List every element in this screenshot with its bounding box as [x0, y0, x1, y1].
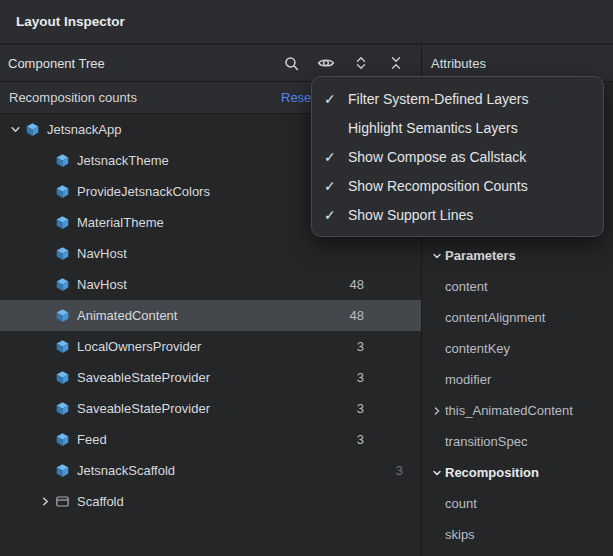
- scaffold-layout-icon: [54, 494, 70, 510]
- section-recomposition[interactable]: Recomposition: [422, 457, 613, 488]
- chevron-down-icon[interactable]: [429, 251, 445, 261]
- checkmark-icon: ✓: [324, 149, 348, 165]
- tree-node-label: Feed: [77, 432, 107, 447]
- recomposition-count: 48: [350, 277, 364, 292]
- twisty-spacer: [36, 432, 54, 448]
- recomposition-count: 48: [350, 308, 364, 323]
- compose-node-icon: [54, 401, 70, 417]
- twisty-spacer: [36, 215, 54, 231]
- compose-node-icon: [54, 370, 70, 386]
- compose-node-icon: [54, 215, 70, 231]
- tree-node-label: NavHost: [77, 246, 127, 261]
- twisty-spacer: [36, 277, 54, 293]
- menu-item-label: Filter System-Defined Layers: [348, 91, 529, 107]
- chevron-down-icon[interactable]: [6, 122, 24, 138]
- chevron-right-icon[interactable]: [429, 406, 445, 416]
- tree-node-label: MaterialTheme: [77, 215, 164, 230]
- twisty-spacer: [36, 370, 54, 386]
- reset-counts-link[interactable]: Reset: [281, 90, 315, 105]
- chevron-right-icon[interactable]: [36, 494, 54, 510]
- tree-row-localownersprovider[interactable]: LocalOwnersProvider 3: [0, 331, 421, 362]
- menu-item-show-support-lines[interactable]: ✓ Show Support Lines: [312, 200, 603, 229]
- menu-item-filter-system-defined-layers[interactable]: ✓ Filter System-Defined Layers: [312, 84, 603, 113]
- recomposition-count: 3: [357, 401, 364, 416]
- tree-node-label: AnimatedContent: [77, 308, 177, 323]
- search-icon[interactable]: [280, 52, 302, 74]
- compose-node-icon: [54, 277, 70, 293]
- twisty-spacer: [36, 339, 54, 355]
- tree-row-jetsnackscaffold[interactable]: JetsnackScaffold 3: [0, 455, 421, 486]
- tree-row-feed[interactable]: Feed 3: [0, 424, 421, 455]
- attr-label: transitionSpec: [445, 434, 527, 449]
- menu-item-show-recomposition-counts[interactable]: ✓ Show Recomposition Counts: [312, 171, 603, 200]
- menu-item-label: Show Support Lines: [348, 207, 473, 223]
- chevron-down-icon[interactable]: [429, 468, 445, 478]
- tree-node-label: SaveableStateProvider: [77, 401, 210, 416]
- tree-row-saveablestateprovider-2[interactable]: SaveableStateProvider 3: [0, 393, 421, 424]
- tree-node-label: JetsnackApp: [47, 122, 121, 137]
- compose-node-icon: [54, 308, 70, 324]
- recomposition-count: 3: [357, 339, 364, 354]
- tree-node-label: NavHost: [77, 277, 127, 292]
- attr-label: contentKey: [445, 341, 510, 356]
- tree-row-scaffold[interactable]: Scaffold: [0, 486, 421, 517]
- recomposition-count: 3: [396, 463, 403, 478]
- menu-item-label: Show Recomposition Counts: [348, 178, 528, 194]
- page-title: Layout Inspector: [16, 14, 125, 29]
- expand-all-icon[interactable]: [350, 52, 372, 74]
- attr-row-skips[interactable]: skips: [422, 519, 613, 550]
- tree-node-label: Scaffold: [77, 494, 124, 509]
- compose-node-icon: [24, 122, 40, 138]
- attr-row-this-animatedcontent[interactable]: this_AnimatedContent: [422, 395, 613, 426]
- checkmark-icon: ✓: [324, 91, 348, 107]
- menu-item-highlight-semantics-layers[interactable]: Highlight Semantics Layers: [312, 113, 603, 142]
- tree-node-label: LocalOwnersProvider: [77, 339, 201, 354]
- section-title: Parameters: [445, 248, 516, 263]
- component-tree-title: Component Tree: [8, 56, 105, 71]
- twisty-spacer: [36, 246, 54, 262]
- layout-inspector-window: Layout Inspector Component Tree: [0, 0, 613, 556]
- attr-row-count[interactable]: count: [422, 488, 613, 519]
- attr-row-contentkey[interactable]: contentKey: [422, 333, 613, 364]
- tree-row-animatedcontent[interactable]: AnimatedContent 48: [0, 300, 421, 331]
- tree-toolbar: [280, 52, 407, 74]
- checkmark-icon: ✓: [324, 207, 348, 223]
- compose-node-icon: [54, 432, 70, 448]
- eye-view-options-icon[interactable]: [315, 52, 337, 74]
- attr-row-content[interactable]: content: [422, 271, 613, 302]
- twisty-spacer: [36, 153, 54, 169]
- tree-node-label: JetsnackScaffold: [77, 463, 175, 478]
- view-options-menu: ✓ Filter System-Defined Layers Highlight…: [311, 76, 604, 237]
- tree-node-label: SaveableStateProvider: [77, 370, 210, 385]
- tree-row-navhost-2[interactable]: NavHost 48: [0, 269, 421, 300]
- checkmark-icon: ✓: [324, 178, 348, 194]
- compose-node-icon: [54, 463, 70, 479]
- attr-row-transitionspec[interactable]: transitionSpec: [422, 426, 613, 457]
- tree-row-navhost-1[interactable]: NavHost: [0, 238, 421, 269]
- menu-item-show-compose-as-callstack[interactable]: ✓ Show Compose as Callstack: [312, 142, 603, 171]
- attr-label: skips: [445, 527, 475, 542]
- compose-node-icon: [54, 339, 70, 355]
- compose-node-icon: [54, 153, 70, 169]
- twisty-spacer: [36, 401, 54, 417]
- section-parameters[interactable]: Parameters: [422, 240, 613, 271]
- attr-row-contentalignment[interactable]: contentAlignment: [422, 302, 613, 333]
- attr-label: content: [445, 279, 488, 294]
- compose-node-icon: [54, 184, 70, 200]
- twisty-spacer: [36, 308, 54, 324]
- attr-label: contentAlignment: [445, 310, 545, 325]
- twisty-spacer: [36, 463, 54, 479]
- attr-row-modifier[interactable]: modifier: [422, 364, 613, 395]
- section-title: Recomposition: [445, 465, 539, 480]
- attr-label: modifier: [445, 372, 491, 387]
- tree-node-label: JetsnackTheme: [77, 153, 169, 168]
- twisty-spacer: [36, 184, 54, 200]
- tree-node-label: ProvideJetsnackColors: [77, 184, 210, 199]
- menu-item-label: Show Compose as Callstack: [348, 149, 526, 165]
- attr-label: count: [445, 496, 477, 511]
- collapse-all-icon[interactable]: [385, 52, 407, 74]
- recomposition-count: 3: [357, 370, 364, 385]
- tree-row-saveablestateprovider-1[interactable]: SaveableStateProvider 3: [0, 362, 421, 393]
- recomposition-count: 3: [357, 432, 364, 447]
- menu-item-label: Highlight Semantics Layers: [348, 120, 518, 136]
